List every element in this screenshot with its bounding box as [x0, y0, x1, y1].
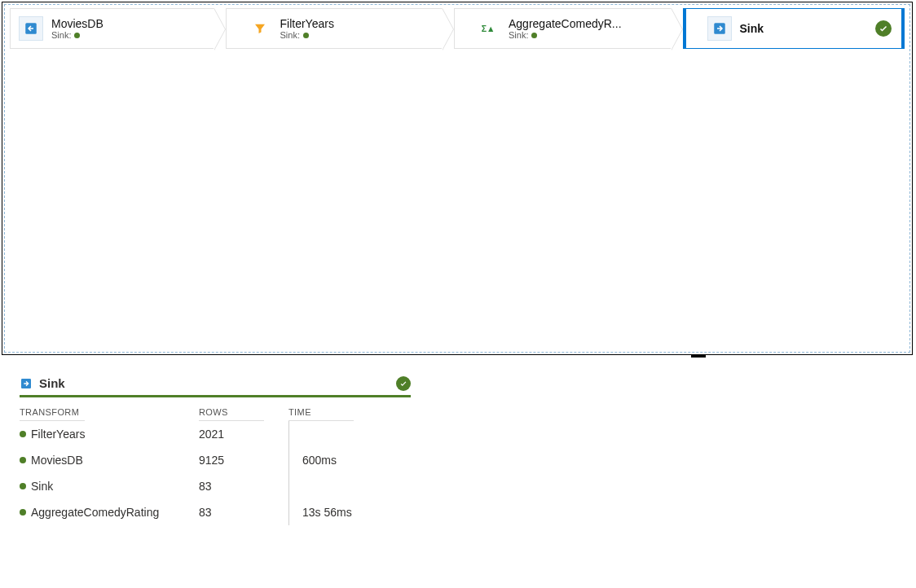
step-sub: Sink: — [51, 30, 103, 40]
filter-icon — [248, 16, 272, 41]
splitter-handle[interactable] — [691, 354, 706, 358]
rows-value: 83 — [199, 473, 288, 499]
status-dot-icon — [74, 33, 80, 38]
checkmark-icon — [875, 20, 892, 37]
sink-icon — [20, 377, 33, 390]
step-sub-label: Sink: — [51, 30, 71, 40]
time-value — [288, 421, 411, 447]
time-value — [288, 473, 411, 499]
status-dot-icon — [531, 33, 537, 38]
status-dot-icon — [20, 457, 26, 463]
step-moviesdb[interactable]: MoviesDB Sink: — [10, 8, 214, 49]
col-time: TIME — [288, 402, 354, 421]
step-sub: Sink: — [509, 30, 622, 40]
time-value: 13s 56ms — [288, 499, 411, 525]
col-transform: TRANSFORM — [20, 402, 85, 421]
step-title: AggregateComedyR... — [509, 17, 622, 30]
rows-value: 9125 — [199, 447, 288, 473]
status-dot-icon — [20, 509, 26, 516]
transform-name: AggregateComedyRating — [31, 506, 159, 519]
step-title: FilterYears — [280, 17, 334, 30]
rows-value: 2021 — [199, 421, 288, 447]
transform-name: FilterYears — [31, 428, 85, 441]
col-rows: ROWS — [199, 402, 264, 421]
step-aggregate[interactable]: Σ▲ AggregateComedyR... Sink: — [454, 8, 672, 49]
transform-name: MoviesDB — [31, 454, 83, 467]
sink-icon — [707, 16, 732, 41]
aggregate-icon: Σ▲ — [476, 16, 500, 41]
table-row: AggregateComedyRating — [20, 499, 199, 525]
table-row: Sink — [20, 473, 199, 499]
rows-value: 83 — [199, 499, 288, 525]
source-icon — [19, 16, 43, 41]
step-sink[interactable]: Sink — [683, 8, 905, 49]
flow-row: MoviesDB Sink: FilterYears Sink: — [5, 5, 909, 52]
transform-name: Sink — [31, 480, 53, 493]
step-title: MoviesDB — [51, 17, 103, 30]
svg-text:Σ▲: Σ▲ — [482, 24, 495, 33]
status-dot-icon — [303, 33, 309, 38]
panel-title: Sink — [39, 376, 65, 390]
step-sub: Sink: — [280, 30, 334, 40]
time-value: 600ms — [288, 447, 411, 473]
details-panel: Sink TRANSFORM ROWS TIME FilterYears 202… — [0, 357, 916, 525]
step-filteryears[interactable]: FilterYears Sink: — [226, 8, 443, 49]
canvas[interactable]: MoviesDB Sink: FilterYears Sink: — [4, 4, 910, 353]
results-table: TRANSFORM ROWS TIME FilterYears 2021 Mov… — [20, 402, 896, 525]
panel-header: Sink — [20, 376, 411, 397]
status-dot-icon — [20, 431, 26, 437]
table-row: FilterYears — [20, 421, 199, 447]
step-sub-label: Sink: — [509, 30, 528, 40]
canvas-container: MoviesDB Sink: FilterYears Sink: — [2, 2, 913, 355]
table-row: MoviesDB — [20, 447, 199, 473]
step-title: Sink — [740, 22, 764, 35]
step-sub-label: Sink: — [280, 30, 300, 40]
status-dot-icon — [20, 483, 26, 489]
checkmark-icon — [396, 376, 411, 391]
